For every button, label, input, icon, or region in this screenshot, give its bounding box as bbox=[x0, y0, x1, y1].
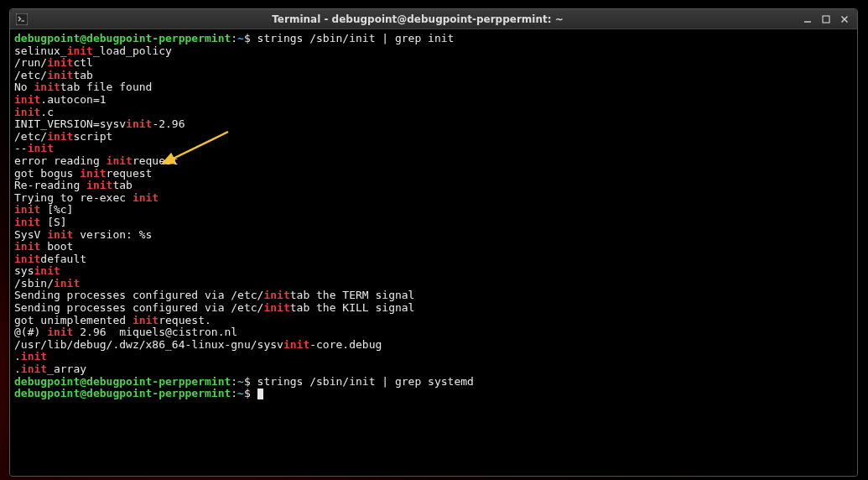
output-line: sysinit bbox=[14, 265, 853, 278]
prompt-path: ~ bbox=[237, 32, 244, 44]
output-line: No inittab file found bbox=[14, 81, 853, 94]
svg-rect-3 bbox=[823, 16, 829, 23]
svg-rect-0 bbox=[16, 13, 28, 25]
output-line: /run/initctl bbox=[14, 57, 853, 70]
prompt-sep: : bbox=[231, 375, 237, 388]
terminal-icon bbox=[15, 13, 29, 26]
output-line: --init bbox=[14, 143, 853, 155]
prompt-symbol: $ bbox=[244, 32, 251, 44]
output-line: initdefault bbox=[14, 253, 853, 266]
window-title: Terminal - debugpoint@debugpoint-perpper… bbox=[34, 13, 802, 25]
close-button[interactable] bbox=[839, 13, 850, 25]
prompt-userhost: debugpoint@debugpoint-perppermint bbox=[14, 387, 231, 399]
maximize-button[interactable] bbox=[820, 13, 832, 25]
minimize-button[interactable] bbox=[802, 13, 813, 25]
output-line: .init_array bbox=[14, 363, 853, 376]
command-text: strings /sbin/init | grep systemd bbox=[257, 375, 474, 388]
output-line: Sending processes configured via /etc/in… bbox=[14, 290, 853, 302]
prompt-line: debugpoint@debugpoint-perppermint:~$ str… bbox=[14, 33, 853, 45]
output-line: @(#) init 2.96 miquels@cistron.nl bbox=[14, 326, 853, 339]
prompt-path: ~ bbox=[237, 375, 244, 388]
terminal-window: Terminal - debugpoint@debugpoint-perpper… bbox=[9, 8, 858, 477]
output-line: init.c bbox=[14, 107, 853, 119]
prompt-userhost: debugpoint@debugpoint-perppermint bbox=[14, 375, 231, 388]
output-line: Re-reading inittab bbox=[14, 180, 853, 192]
window-controls bbox=[802, 13, 857, 25]
output-line: Sending processes configured via /etc/in… bbox=[14, 302, 853, 315]
prompt-path: ~ bbox=[237, 387, 244, 399]
output-line: init boot bbox=[14, 241, 853, 253]
titlebar[interactable]: Terminal - debugpoint@debugpoint-perpper… bbox=[10, 9, 857, 29]
command-text: strings /sbin/init | grep init bbox=[257, 32, 455, 44]
output-line: .init bbox=[14, 351, 853, 363]
output-line: init [S] bbox=[14, 217, 853, 229]
cursor-icon bbox=[257, 389, 263, 399]
output-line: error reading initrequest bbox=[14, 155, 853, 168]
terminal-content[interactable]: debugpoint@debugpoint-perppermint:~$ str… bbox=[10, 29, 857, 476]
prompt-sep: : bbox=[231, 32, 237, 44]
prompt-line: debugpoint@debugpoint-perppermint:~$ str… bbox=[14, 376, 853, 389]
output-line: selinux_init_load_policy bbox=[14, 45, 853, 58]
output-line: got unimplemented initrequest. bbox=[14, 315, 853, 327]
output-line: INIT_VERSION=sysvinit-2.96 bbox=[14, 118, 853, 131]
output-line: init [%c] bbox=[14, 204, 853, 217]
output-line: /etc/initscript bbox=[14, 131, 853, 143]
prompt-userhost: debugpoint@debugpoint-perppermint bbox=[14, 32, 231, 44]
output-line: Trying to re-exec init bbox=[14, 192, 853, 205]
output-line: /usr/lib/debug/.dwz/x86_64-linux-gnu/sys… bbox=[14, 339, 853, 352]
prompt-line: debugpoint@debugpoint-perppermint:~$ bbox=[14, 388, 853, 400]
prompt-sep: : bbox=[231, 387, 237, 399]
output-line: got bogus initrequest bbox=[14, 168, 853, 180]
output-line: init.autocon=1 bbox=[14, 94, 853, 107]
output-line: /etc/inittab bbox=[14, 70, 853, 82]
output-line: /sbin/init bbox=[14, 278, 853, 290]
prompt-symbol: $ bbox=[244, 387, 251, 399]
prompt-symbol: $ bbox=[244, 375, 251, 388]
output-line: SysV init version: %s bbox=[14, 229, 853, 242]
